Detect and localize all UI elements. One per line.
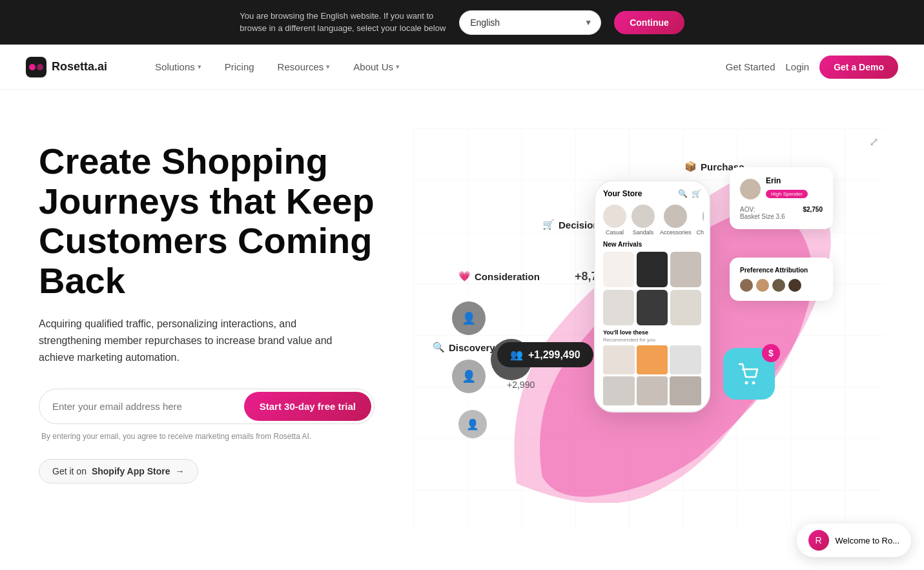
recommend-item: [603, 345, 635, 374]
shopify-btn-prefix: Get it on: [52, 466, 87, 476]
phone-category: Sandals: [631, 205, 655, 236]
category-image: [603, 205, 626, 228]
phone-product: [670, 252, 701, 287]
user-bubble-medium-1: 👤: [452, 301, 486, 335]
shopify-arrow-icon: →: [176, 466, 185, 476]
phone-header: Your Store 🔍 🛒: [601, 189, 704, 198]
phone-recommended-sub: Recommended for you: [603, 337, 701, 343]
journey-label-decision: 🛒 Decision: [542, 219, 599, 230]
phone-category: Accessories: [660, 205, 692, 236]
navbar: Rosetta.ai Solutions ▾ Pricing Resources…: [0, 45, 924, 90]
user-icon-small: 👥: [510, 349, 523, 361]
get-demo-button[interactable]: Get a Demo: [819, 56, 898, 79]
phone-product: [670, 290, 701, 325]
svg-point-5: [752, 382, 755, 385]
phone-category: Casual: [603, 205, 626, 236]
phone-product: [603, 252, 634, 287]
recommend-item: [603, 376, 635, 405]
shopify-btn-store: Shopify App Store: [92, 466, 170, 476]
language-selector[interactable]: English ▼: [459, 10, 601, 35]
phone-store-name: Your Store: [603, 189, 642, 198]
logo-icon: [26, 57, 46, 77]
cart-icon: [736, 361, 762, 387]
phone-mockup: Your Store 🔍 🛒 Casual Sandals A: [594, 180, 710, 412]
user-profile-card: Erin High Spender AOV: $2,750 Basket Siz…: [730, 167, 833, 229]
journey-label-discovery: 🔍 Discovery: [433, 341, 495, 353]
nav-right: Get Started Login Get a Demo: [726, 56, 898, 79]
counter-badge: 👥 +1,299,490: [497, 342, 593, 367]
user-info: Erin High Spender: [766, 176, 808, 202]
phone-categories: Casual Sandals Accessories Chic Patterns: [601, 205, 704, 236]
form-disclaimer: By entering your email, you agree to rec…: [39, 432, 400, 441]
phone-recommended-title: You'll love these: [603, 329, 701, 336]
search-icon: 🔍: [678, 189, 688, 198]
hero-title: Create Shopping Journeys that Keep Custo…: [39, 141, 400, 300]
email-form: Start 30-day free trial: [39, 389, 375, 424]
user-card-header: Erin High Spender: [740, 176, 823, 202]
continue-button[interactable]: Continue: [614, 11, 684, 34]
chevron-down-icon: ▾: [396, 63, 400, 71]
chat-avatar: R: [808, 530, 829, 551]
discovery-emoji: 🔍: [433, 341, 445, 353]
hero-right: 📦 Purchase 🛒 Decision 💗 Consideration 🔍 …: [413, 128, 885, 529]
nav-solutions[interactable]: Solutions ▾: [146, 56, 210, 77]
chat-bubble[interactable]: R Welcome to Ro...: [797, 524, 911, 557]
hero-left: Create Shopping Journeys that Keep Custo…: [39, 128, 400, 483]
consideration-emoji: 💗: [458, 270, 471, 282]
counter-sub-value: +2,990: [507, 380, 535, 390]
journey-label-consideration: 💗 Consideration: [458, 270, 540, 282]
user-badge: High Spender: [766, 190, 808, 198]
recommend-item: [637, 376, 668, 405]
svg-point-1: [29, 64, 36, 70]
nav-about[interactable]: About Us ▾: [344, 56, 409, 77]
logo[interactable]: Rosetta.ai: [26, 57, 107, 77]
logo-text: Rosetta.ai: [52, 60, 107, 74]
pref-dot: [756, 279, 769, 292]
cart-icon: 🛒: [692, 189, 701, 198]
recommend-item: [637, 345, 668, 374]
aov-value: $2,750: [803, 206, 823, 213]
phone-icons: 🔍 🛒: [678, 189, 701, 198]
shopify-app-store-button[interactable]: Get it on Shopify App Store →: [39, 459, 198, 483]
trial-button[interactable]: Start 30-day free trial: [244, 392, 371, 421]
pref-title: Preference Attribution: [740, 267, 823, 274]
recommend-item: [670, 345, 701, 374]
recommend-item: [670, 376, 701, 405]
phone-product: [637, 290, 668, 325]
pref-dot: [740, 279, 753, 292]
pref-dots: [740, 279, 823, 292]
user-bubble-small: 👤: [458, 410, 487, 438]
purchase-emoji: 📦: [684, 161, 697, 172]
counter-value: +1,299,490: [528, 349, 580, 361]
svg-rect-0: [26, 57, 46, 77]
user-bubble-medium-2: 👤: [452, 360, 486, 393]
get-started-link[interactable]: Get Started: [726, 61, 775, 72]
pref-dot: [788, 279, 801, 292]
hero-section: Create Shopping Journeys that Keep Custo…: [0, 90, 924, 570]
user-avatar: [740, 179, 761, 199]
user-icon: 👤: [462, 311, 476, 325]
user-stats: AOV: $2,750: [740, 206, 823, 213]
category-image: [631, 205, 655, 228]
top-banner: You are browsing the English website. If…: [0, 0, 924, 45]
phone-product: [637, 252, 668, 287]
user-icon: 👤: [466, 418, 479, 431]
banner-message: You are browsing the English website. If…: [240, 10, 446, 34]
expand-icon[interactable]: ⤢: [869, 135, 879, 149]
login-link[interactable]: Login: [785, 61, 809, 72]
language-dropdown[interactable]: English: [459, 10, 601, 35]
nav-pricing[interactable]: Pricing: [216, 56, 263, 77]
nav-resources[interactable]: Resources ▾: [269, 56, 340, 77]
pref-dot: [772, 279, 785, 292]
phone-product: [603, 290, 634, 325]
email-input[interactable]: [52, 401, 244, 412]
chevron-down-icon: ▾: [198, 63, 201, 71]
phone-new-arrivals-title: New Arrivals: [603, 241, 701, 248]
aov-label: AOV:: [740, 206, 755, 213]
user-name: Erin: [766, 176, 808, 185]
preference-card: Preference Attribution: [730, 258, 833, 301]
decision-emoji: 🛒: [542, 219, 555, 230]
phone-category: Chic Patterns: [697, 205, 704, 236]
nav-links: Solutions ▾ Pricing Resources ▾ About Us…: [146, 56, 726, 77]
chevron-down-icon: ▾: [326, 63, 330, 71]
